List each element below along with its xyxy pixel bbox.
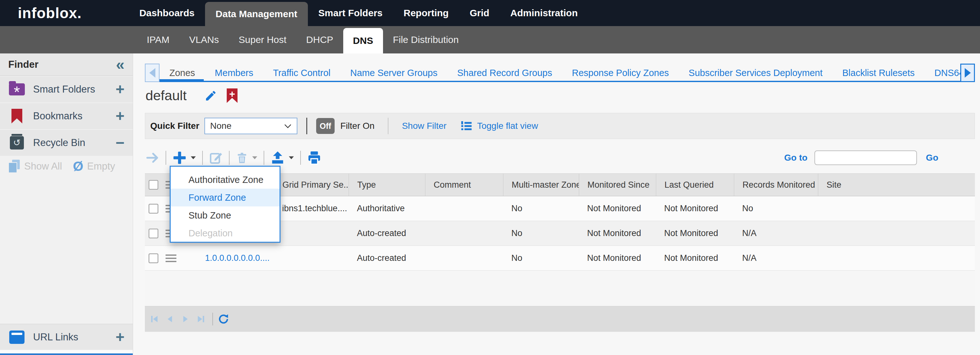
caret-down-icon[interactable] xyxy=(190,156,196,160)
refresh-button[interactable] xyxy=(218,314,229,325)
divider xyxy=(202,151,203,165)
divider xyxy=(165,151,166,165)
top-nav-item-dashboards[interactable]: Dashboards xyxy=(129,0,205,26)
top-nav-item-reporting[interactable]: Reporting xyxy=(393,0,460,26)
edit-title-icon[interactable] xyxy=(204,89,217,102)
sub-nav: IPAMVLANsSuper HostDHCPDNSFile Distribut… xyxy=(0,26,980,54)
menu-item-stub-zone[interactable]: Stub Zone xyxy=(171,206,280,224)
quick-filter-bar: Quick Filter None Off Filter On Show Fil… xyxy=(145,113,975,139)
empty-button[interactable]: Empty xyxy=(87,161,115,172)
infoblox-logo: infoblox. xyxy=(18,5,82,22)
show-all-icon xyxy=(8,160,20,173)
quick-filter-select[interactable]: None xyxy=(204,118,298,134)
sidebar-item-recycle-bin[interactable]: ↺ Recycle Bin − xyxy=(0,130,133,156)
column-header-type[interactable]: Type xyxy=(348,174,425,196)
top-nav-items: DashboardsData ManagementSmart FoldersRe… xyxy=(129,0,589,26)
column-header-last-queried[interactable]: Last Queried xyxy=(656,174,734,196)
tab-blacklist-rulesets[interactable]: Blacklist Rulesets xyxy=(833,63,924,82)
cell-monitored-since: Not Monitored xyxy=(579,253,656,263)
column-header-grid-primary-se[interactable]: Grid Primary Se... xyxy=(274,174,348,196)
column-header-comment[interactable]: Comment xyxy=(425,174,503,196)
add-bookmark-button[interactable]: + xyxy=(116,110,124,122)
tabs-scroll-left-button[interactable] xyxy=(145,63,159,82)
filter-on-label: Filter On xyxy=(340,121,374,131)
tabs-scroll-right-button[interactable] xyxy=(960,63,975,82)
cell-monitored-since: Not Monitored xyxy=(579,228,656,238)
column-header-records-monitored[interactable]: Records Monitored xyxy=(734,174,818,196)
quick-filter-value: None xyxy=(210,121,231,131)
sidebar-item-url-links[interactable]: URL Links + xyxy=(0,324,133,350)
sidebar-item-label: Recycle Bin xyxy=(33,137,116,149)
top-nav-item-grid[interactable]: Grid xyxy=(459,0,500,26)
tab-name-server-groups[interactable]: Name Server Groups xyxy=(340,63,447,82)
sub-nav-item-dns[interactable]: DNS xyxy=(343,28,383,54)
cell-multi-master-zone: No xyxy=(503,253,579,263)
row-checkbox[interactable] xyxy=(149,204,158,214)
sub-nav-item-vlans[interactable]: VLANs xyxy=(179,26,229,54)
menu-item-delegation: Delegation xyxy=(171,224,280,242)
tab-dns64-groups[interactable]: DNS64 Groups xyxy=(924,63,960,82)
select-all-checkbox[interactable] xyxy=(149,180,158,190)
import-export-button[interactable] xyxy=(270,151,294,165)
collapse-sidebar-icon[interactable]: « xyxy=(116,58,124,71)
tab-members[interactable]: Members xyxy=(205,63,263,82)
next-page-button[interactable] xyxy=(181,314,190,324)
finder-sidebar: Finder « * Smart Folders + Bookmarks + ↺… xyxy=(0,54,133,355)
go-button[interactable]: Go xyxy=(926,153,938,163)
header-select-cell xyxy=(145,174,162,196)
top-nav-item-data-management[interactable]: Data Management xyxy=(205,2,308,26)
print-button[interactable] xyxy=(307,151,321,165)
tab-subscriber-services-deployment[interactable]: Subscriber Services Deployment xyxy=(679,63,833,82)
show-all-button[interactable]: Show All xyxy=(24,161,62,172)
show-filter-link[interactable]: Show Filter xyxy=(402,121,446,131)
url-links-icon xyxy=(8,331,25,344)
delete-button xyxy=(235,151,258,165)
last-page-button[interactable] xyxy=(196,314,205,324)
goto-input[interactable] xyxy=(815,151,917,165)
column-header-site[interactable]: Site xyxy=(818,174,975,196)
add-bookmark-icon[interactable]: + xyxy=(227,89,237,103)
sub-nav-item-file-distribution[interactable]: File Distribution xyxy=(383,26,469,54)
goto-label: Go to xyxy=(784,153,807,163)
smart-folders-icon: * xyxy=(8,83,25,95)
zone-name-link[interactable]: 1.0.0.0.0.0.0.0.... xyxy=(183,253,274,263)
row-menu-icon[interactable] xyxy=(165,255,177,262)
table-row[interactable]: 1.0.0.0.0.0.0.0....Auto-createdNoNot Mon… xyxy=(145,246,975,271)
menu-item-authoritative-zone[interactable]: Authoritative Zone xyxy=(171,171,280,189)
collapse-recycle-bin-button[interactable]: − xyxy=(116,136,124,149)
sidebar-item-smart-folders[interactable]: * Smart Folders + xyxy=(0,76,133,102)
top-nav-item-administration[interactable]: Administration xyxy=(500,0,589,26)
divider xyxy=(306,118,307,134)
add-button[interactable] xyxy=(172,151,196,165)
sidebar-bottom-bar xyxy=(0,353,133,355)
toggle-flat-view-link[interactable]: Toggle flat view xyxy=(477,121,538,131)
tab-zones[interactable]: Zones xyxy=(159,63,205,82)
first-page-button[interactable] xyxy=(150,314,159,324)
tab-traffic-control[interactable]: Traffic Control xyxy=(263,63,340,82)
sidebar-item-bookmarks[interactable]: Bookmarks + xyxy=(0,103,133,129)
column-header-monitored-since[interactable]: Monitored Since xyxy=(579,174,656,196)
add-smart-folder-button[interactable]: + xyxy=(116,83,124,96)
sub-nav-item-dhcp[interactable]: DHCP xyxy=(296,26,343,54)
cell-multi-master-zone: No xyxy=(503,204,579,214)
divider xyxy=(388,118,388,134)
tab-shared-record-groups[interactable]: Shared Record Groups xyxy=(447,63,562,82)
cell-last-queried: Not Monitored xyxy=(656,228,734,238)
column-header-multi-master-zone[interactable]: Multi-master Zone xyxy=(503,174,579,196)
tab-response-policy-zones[interactable]: Response Policy Zones xyxy=(562,63,679,82)
row-checkbox[interactable] xyxy=(149,254,158,263)
row-checkbox[interactable] xyxy=(149,229,158,238)
filter-off-toggle[interactable]: Off xyxy=(316,118,335,134)
menu-item-forward-zone[interactable]: Forward Zone xyxy=(171,189,280,206)
caret-down-icon[interactable] xyxy=(288,156,294,160)
add-url-link-button[interactable]: + xyxy=(116,331,124,344)
divider xyxy=(229,151,229,165)
view-tabs: ZonesMembersTraffic ControlName Server G… xyxy=(145,63,975,82)
previous-page-button[interactable] xyxy=(165,314,175,324)
top-nav-item-smart-folders[interactable]: Smart Folders xyxy=(308,0,393,26)
cell-monitored-since: Not Monitored xyxy=(579,204,656,214)
sub-nav-item-super-host[interactable]: Super Host xyxy=(229,26,296,54)
sub-nav-item-ipam[interactable]: IPAM xyxy=(137,26,179,54)
cell-records-monitored: No xyxy=(734,204,818,214)
cell-records-monitored: N/A xyxy=(734,228,818,238)
